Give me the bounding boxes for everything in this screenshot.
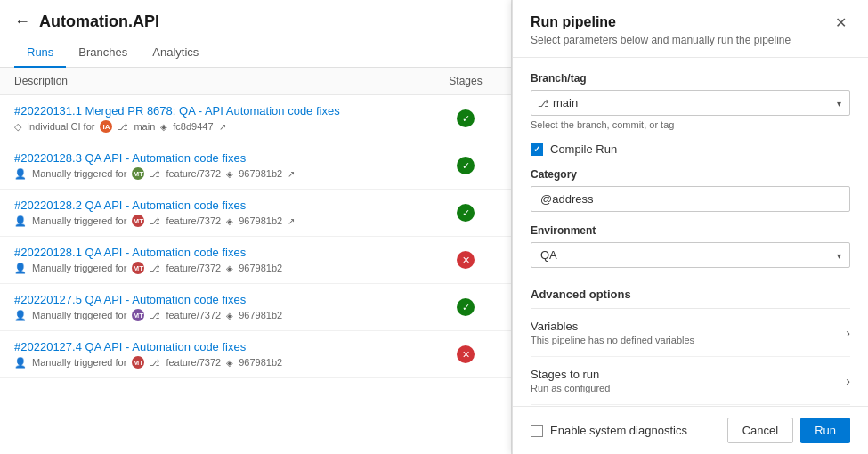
status-success-icon: ✓ xyxy=(457,298,475,316)
table-row[interactable]: #20220131.1 Merged PR 8678: QA - API Aut… xyxy=(0,95,511,142)
commit-value: 967981b2 xyxy=(239,357,282,368)
run-button[interactable]: Run xyxy=(800,418,850,443)
branch-icon: ⎇ xyxy=(150,358,160,368)
diagnostics-label: Enable system diagnostics xyxy=(550,424,687,437)
link-icon: ↗ xyxy=(288,216,295,226)
table-header: Description Stages xyxy=(0,68,511,95)
stages-to-run-info: Stages to run Run as configured xyxy=(531,368,610,393)
person-icon: 👤 xyxy=(14,357,27,369)
branch-icon: ⎇ xyxy=(150,169,160,179)
compile-run-label: Compile Run xyxy=(550,142,617,156)
branch-value: main xyxy=(134,121,155,132)
tab-runs[interactable]: Runs xyxy=(14,38,66,68)
table-row[interactable]: #20220128.3 QA API - Automation code fix… xyxy=(0,142,511,190)
back-button[interactable]: ← xyxy=(14,12,30,31)
run-info: #20220127.4 QA API - Automation code fix… xyxy=(14,340,434,369)
category-group: Category xyxy=(531,168,850,212)
stages-to-run-item[interactable]: Stages to run Run as configured › xyxy=(531,357,850,405)
person-icon: 👤 xyxy=(14,215,27,227)
branch-hint: Select the branch, commit, or tag xyxy=(531,119,850,130)
commit-icon: ◈ xyxy=(226,263,233,273)
run-stage: ✓ xyxy=(434,109,497,127)
environment-group: Environment QA ▾ xyxy=(531,224,850,268)
variables-item[interactable]: Variables This pipeline has no defined v… xyxy=(531,309,850,357)
trigger-label: Manually triggered for xyxy=(32,168,126,179)
table-row[interactable]: #20220127.4 QA API - Automation code fix… xyxy=(0,331,511,378)
drawer-title-block: Run pipeline Select parameters below and… xyxy=(531,14,791,46)
branch-icon: ⎇ xyxy=(150,216,160,226)
run-info: #20220131.1 Merged PR 8678: QA - API Aut… xyxy=(14,104,434,133)
commit-value: 967981b2 xyxy=(239,215,282,226)
avatar: MT xyxy=(132,262,144,274)
run-title[interactable]: #20220131.1 Merged PR 8678: QA - API Aut… xyxy=(14,104,434,118)
variables-title: Variables xyxy=(531,320,694,333)
tab-analytics[interactable]: Analytics xyxy=(140,38,211,68)
branch-value: feature/7372 xyxy=(166,357,221,368)
diagnostics-checkbox[interactable] xyxy=(531,425,543,437)
ci-icon: ◇ xyxy=(14,121,21,133)
run-title[interactable]: #20220128.3 QA API - Automation code fix… xyxy=(14,151,434,165)
trigger-label: Manually triggered for xyxy=(32,263,126,273)
status-failed-icon: ✕ xyxy=(457,345,475,363)
avatar: MT xyxy=(132,309,144,321)
col-description-header: Description xyxy=(14,75,434,87)
run-meta: 👤 Manually triggered for MT ⎇ feature/73… xyxy=(14,215,434,227)
run-stage: ✓ xyxy=(434,157,497,174)
page-header: ← Automation.API xyxy=(0,0,511,38)
tab-branches[interactable]: Branches xyxy=(66,38,140,68)
trigger-label: Manually triggered for xyxy=(32,310,126,320)
drawer-body: Branch/tag ⎇ main ▾ Select the branch, c… xyxy=(513,58,868,406)
branch-select[interactable]: main xyxy=(531,90,850,116)
run-stage: ✕ xyxy=(434,251,497,269)
branch-select-wrapper: ⎇ main ▾ xyxy=(531,90,850,116)
runs-list: #20220131.1 Merged PR 8678: QA - API Aut… xyxy=(0,95,511,454)
environment-select[interactable]: QA xyxy=(531,242,850,268)
drawer-subtitle: Select parameters below and manually run… xyxy=(531,34,791,46)
trigger-label: Manually triggered for xyxy=(32,357,126,368)
environment-label: Environment xyxy=(531,224,850,237)
run-info: #20220127.5 QA API - Automation code fix… xyxy=(14,293,434,321)
run-title[interactable]: #20220127.4 QA API - Automation code fix… xyxy=(14,340,434,353)
run-title[interactable]: #20220127.5 QA API - Automation code fix… xyxy=(14,293,434,306)
left-panel: ← Automation.API Runs Branches Analytics… xyxy=(0,0,512,454)
close-button[interactable]: ✕ xyxy=(831,14,850,32)
table-row[interactable]: #20220127.5 QA API - Automation code fix… xyxy=(0,284,511,331)
branch-tag-label: Branch/tag xyxy=(531,72,850,85)
table-row[interactable]: #20220128.1 QA API - Automation code fix… xyxy=(0,237,511,284)
run-meta: 👤 Manually triggered for MT ⎇ feature/73… xyxy=(14,356,434,369)
drawer-footer: Enable system diagnostics Cancel Run xyxy=(513,406,868,454)
avatar: MT xyxy=(132,215,144,227)
run-title[interactable]: #20220128.1 QA API - Automation code fix… xyxy=(14,246,434,259)
category-label: Category xyxy=(531,168,850,181)
cancel-button[interactable]: Cancel xyxy=(727,418,793,443)
avatar: IA xyxy=(100,120,112,133)
commit-value: 967981b2 xyxy=(239,168,282,179)
person-icon: 👤 xyxy=(14,168,27,180)
variables-subtitle: This pipeline has no defined variables xyxy=(531,335,694,345)
run-pipeline-drawer: Run pipeline Select parameters below and… xyxy=(512,0,868,454)
diagnostics-row[interactable]: Enable system diagnostics xyxy=(531,424,687,437)
chevron-right-icon: › xyxy=(846,374,850,388)
branch-value: feature/7372 xyxy=(166,263,221,273)
run-meta: 👤 Manually triggered for MT ⎇ feature/73… xyxy=(14,309,434,321)
run-meta: ◇ Individual CI for IA ⎇ main ◈ fc8d9447… xyxy=(14,120,434,133)
table-row[interactable]: #20220128.2 QA API - Automation code fix… xyxy=(0,190,511,237)
commit-value: fc8d9447 xyxy=(173,121,213,132)
branch-tag-group: Branch/tag ⎇ main ▾ Select the branch, c… xyxy=(531,72,850,130)
trigger-label: Manually triggered for xyxy=(32,215,126,226)
run-stage: ✓ xyxy=(434,204,497,222)
drawer-header: Run pipeline Select parameters below and… xyxy=(513,0,868,58)
branch-icon: ⎇ xyxy=(118,122,128,132)
branch-icon: ⎇ xyxy=(150,263,160,273)
status-success-icon: ✓ xyxy=(457,204,475,222)
commit-icon: ◈ xyxy=(160,122,167,132)
compile-run-row[interactable]: ✓ Compile Run xyxy=(531,142,850,156)
run-title[interactable]: #20220128.2 QA API - Automation code fix… xyxy=(14,199,434,212)
branch-value: feature/7372 xyxy=(166,310,221,320)
page-title: Automation.API xyxy=(39,12,159,31)
compile-run-checkbox[interactable]: ✓ xyxy=(531,143,543,156)
run-stage: ✓ xyxy=(434,298,497,316)
advanced-options-title: Advanced options xyxy=(531,280,850,308)
commit-value: 967981b2 xyxy=(239,310,282,320)
category-input[interactable] xyxy=(531,186,850,212)
